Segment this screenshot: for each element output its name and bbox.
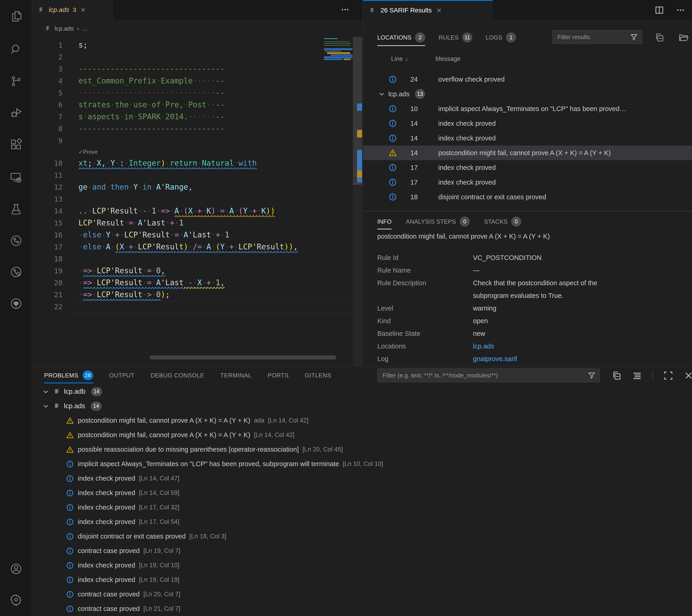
tab-lcp-ads[interactable]: lcp.ads 3 [32, 0, 113, 20]
run-debug-icon[interactable] [10, 106, 23, 119]
problem-row[interactable]: index check proved[Ln 19, Col 19] [32, 573, 692, 587]
panel-tab-terminal[interactable]: TERMINAL [221, 366, 251, 384]
detail-value[interactable]: gnatprove.sarif [473, 353, 517, 365]
sarif-detail-tab-stacks[interactable]: STACKS0 [484, 213, 521, 230]
maximize-panel-icon[interactable] [664, 371, 673, 380]
breadcrumb-file[interactable]: lcp.ads [55, 25, 74, 32]
sarif-result-row[interactable]: 17index check proved [363, 175, 692, 190]
problem-row[interactable]: index check proved[Ln 17, Col 32] [32, 500, 692, 515]
codelens-prove[interactable]: ✓Prove [79, 147, 322, 157]
problem-row[interactable]: index check proved[Ln 14, Col 59] [32, 486, 692, 500]
code-line-9[interactable] [79, 135, 322, 147]
problems-group-lcp.adb[interactable]: lcp.adb14 [32, 384, 692, 399]
sarif-copy-icon[interactable] [655, 32, 664, 42]
editor-actions-more-icon[interactable] [340, 5, 350, 14]
code-line-5[interactable]: ······························-- [79, 87, 322, 99]
code-line-13[interactable] [79, 193, 322, 205]
problems-filter-input[interactable]: Filter (e.g. text, **/*.ts, !**/node_mod… [377, 368, 600, 382]
detail-value[interactable]: lcp.ads [473, 340, 494, 353]
source-control-icon[interactable] [10, 75, 23, 88]
github-icon[interactable] [10, 297, 23, 310]
account-icon[interactable] [10, 563, 23, 575]
sort-arrow-icon[interactable]: ↓ [405, 56, 408, 63]
problem-row[interactable]: index check proved[Ln 17, Col 54] [32, 515, 692, 529]
problem-row[interactable]: postcondition might fail, cannot prove A… [32, 413, 692, 428]
sarif-result-row[interactable]: 14index check proved [363, 131, 692, 146]
code-line-6[interactable]: strates·the·use·of·Pre,·Post··-- [79, 99, 322, 111]
breadcrumb[interactable]: lcp.ads › ... [45, 23, 87, 35]
sarif-tab-logs[interactable]: LOGS1 [486, 27, 516, 48]
code-line-12[interactable]: ge·and·then·Y·in·A'Range, [79, 181, 322, 193]
column-line[interactable]: Line [391, 56, 403, 63]
code-line-8[interactable]: -------------------------------- [79, 123, 322, 135]
settings-gear-icon[interactable] [10, 593, 23, 606]
sarif-result-row[interactable]: 24overflow check proved [363, 72, 692, 87]
panel-tab-debug-console[interactable]: DEBUG CONSOLE [150, 366, 204, 384]
sarif-tab-locations[interactable]: LOCATIONS2 [377, 27, 425, 48]
close-panel-icon[interactable] [684, 371, 692, 380]
split-editor-icon[interactable] [655, 5, 664, 15]
chevron-down-icon[interactable] [42, 388, 49, 395]
code-line-18[interactable] [79, 253, 322, 265]
code-line-17[interactable]: ·else·A·(X·+·LCP'Result)·/=·A·(Y·+·LCP'R… [79, 241, 322, 253]
panel-tab-problems[interactable]: PROBLEMS28 [44, 366, 93, 384]
code-line-15[interactable]: LCP'Result·=·A'Last·+·1 [79, 217, 322, 229]
sarif-group-lcp.ads[interactable]: lcp.ads13 [363, 87, 692, 101]
minimap[interactable] [324, 38, 353, 107]
code-line-4[interactable]: est_Common_Prefix·Example·····-- [79, 75, 322, 87]
problem-row[interactable]: implicit aspect Always_Terminates on "LC… [32, 457, 692, 471]
extensions-icon[interactable] [10, 138, 23, 151]
code-line-2[interactable] [79, 51, 322, 63]
problem-row[interactable]: index check proved[Ln 14, Col 47] [32, 471, 692, 486]
sarif-tab-rules[interactable]: RULES11 [439, 27, 472, 48]
panel-tab-output[interactable]: OUTPUT [109, 366, 134, 384]
code-line-7[interactable]: s·aspects·in·SPARK·2014.······-- [79, 111, 322, 123]
code-line-14[interactable]: ..·LCP'Result·-·1·=>·A·(X·+·K)·=·A·(Y·+·… [79, 205, 322, 217]
sarif-result-row[interactable]: 18disjoint contract or exit cases proved [363, 190, 692, 204]
problem-row[interactable]: contract case proved[Ln 21, Col 7] [32, 601, 692, 616]
gitlens-inspect-icon[interactable] [10, 265, 23, 278]
editor-code[interactable]: s;--------------------------------est_Co… [79, 39, 322, 313]
breadcrumb-more[interactable]: ... [82, 25, 87, 32]
code-line-20[interactable]: ·=>·LCP'Result·=·A'Last·-·X·+·1, [79, 277, 322, 289]
code-line-21[interactable]: ·=>·LCP'Result·>·0); [79, 289, 322, 301]
chevron-down-icon[interactable] [378, 91, 385, 97]
remote-explorer-icon[interactable] [10, 171, 23, 184]
sarif-detail-tab-info[interactable]: INFO [377, 213, 392, 230]
tab-sarif-results[interactable]: 26 SARIF Results [363, 0, 493, 20]
group-by-icon[interactable] [612, 371, 622, 380]
problem-row[interactable]: contract case proved[Ln 19, Col 7] [32, 544, 692, 558]
filter-funnel-icon[interactable] [588, 371, 595, 379]
problem-row[interactable]: possible reassociation due to missing pa… [32, 442, 692, 457]
sarif-detail-tab-analysis-steps[interactable]: ANALYSIS STEPS0 [406, 213, 470, 230]
sarif-result-row[interactable]: 10implicit aspect Always_Terminates on "… [363, 101, 692, 116]
sarif-result-row[interactable]: 17index check proved [363, 160, 692, 175]
column-message[interactable]: Message [436, 56, 461, 63]
filter-funnel-icon[interactable] [630, 33, 638, 41]
code-line-1[interactable]: s; [79, 39, 322, 51]
testing-icon[interactable] [10, 202, 23, 215]
close-icon[interactable] [80, 7, 86, 13]
search-icon[interactable] [10, 43, 23, 56]
problem-row[interactable]: disjoint contract or exit cases proved[L… [32, 529, 692, 544]
sarif-result-row[interactable]: 14index check proved [363, 116, 692, 131]
code-line-10[interactable]: xt;·X,·Y·:·Integer)·return·Natural·with [79, 157, 322, 169]
chevron-down-icon[interactable] [42, 403, 49, 410]
sarif-result-row[interactable]: 14postcondition might fail, cannot prove… [363, 146, 692, 160]
code-line-11[interactable] [79, 169, 322, 181]
problem-row[interactable]: index check proved[Ln 19, Col 10] [32, 558, 692, 573]
more-actions-icon[interactable] [676, 5, 685, 15]
view-as-list-icon[interactable] [632, 371, 642, 380]
close-icon[interactable] [436, 7, 442, 14]
explorer-icon[interactable] [10, 10, 23, 23]
problems-group-lcp.ads[interactable]: lcp.ads14 [32, 399, 692, 413]
git-graph-icon[interactable] [10, 234, 23, 247]
problem-row[interactable]: contract case proved[Ln 20, Col 7] [32, 587, 692, 601]
horizontal-scrollbar[interactable] [149, 355, 336, 359]
sarif-filter-input[interactable]: Filter results [552, 30, 642, 44]
panel-tab-gitlens[interactable]: GITLENS [305, 366, 331, 384]
code-line-3[interactable]: -------------------------------- [79, 63, 322, 75]
panel-tab-ports[interactable]: PORTS [268, 366, 289, 384]
sarif-open-folder-icon[interactable] [679, 32, 689, 43]
code-line-19[interactable]: ·=>·LCP'Result·=·0, [79, 265, 322, 277]
